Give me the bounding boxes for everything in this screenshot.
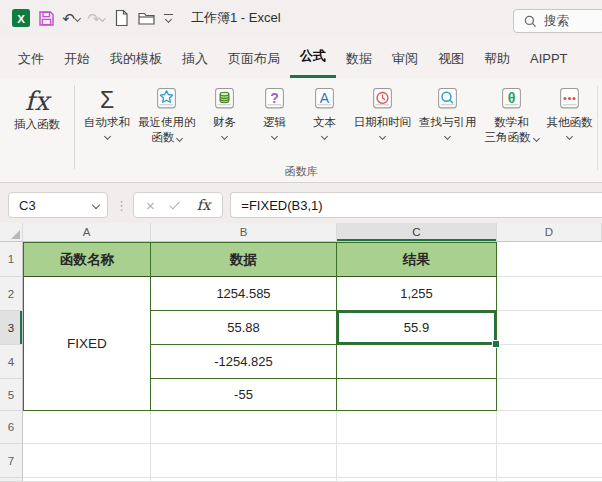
window-title: 工作簿1 - Excel xyxy=(191,9,281,27)
cell-a1[interactable]: 函数名称 xyxy=(23,242,151,277)
insert-function-icon[interactable]: fx xyxy=(197,197,211,213)
confirm-entry-icon[interactable] xyxy=(169,198,180,209)
ribbon-button-more-functions[interactable]: 其他函数 xyxy=(543,83,597,169)
ribbon-group-label: 函数库 xyxy=(0,164,602,179)
tab-formulas[interactable]: 公式 xyxy=(290,42,336,78)
ribbon-button-logical[interactable]: ?逻辑 xyxy=(250,83,300,169)
col-header-a[interactable]: A xyxy=(23,223,151,242)
ribbon-button-text[interactable]: A文本 xyxy=(300,83,350,169)
cell-d1[interactable] xyxy=(497,242,602,277)
fx-icon: fx xyxy=(17,86,57,116)
cell-c4[interactable] xyxy=(337,345,497,379)
ribbon-button-label: 插入函数 xyxy=(14,117,60,132)
search-box[interactable]: 搜索 xyxy=(513,9,602,33)
save-icon[interactable] xyxy=(35,7,57,29)
empty-cell[interactable] xyxy=(23,411,151,444)
ribbon-button-label: 数学和三角函数 xyxy=(485,115,539,145)
ribbon-button-date-time[interactable]: 日期和时间 xyxy=(350,83,416,169)
tab-aippt[interactable]: AIPPT xyxy=(520,45,578,78)
name-box[interactable]: C3 xyxy=(8,192,108,218)
open-folder-icon xyxy=(137,10,156,27)
tab-file[interactable]: 文件 xyxy=(8,45,54,78)
chevron-down-icon xyxy=(566,133,573,140)
cell-b3[interactable]: 55.88 xyxy=(151,311,337,345)
tab-my-templates[interactable]: 我的模板 xyxy=(100,45,172,78)
cell-a2-merged[interactable]: FIXED xyxy=(23,277,151,411)
row-header-6[interactable]: 6 xyxy=(0,411,23,444)
row-header-5[interactable]: 5 xyxy=(0,379,23,411)
cell-b1[interactable]: 数据 xyxy=(151,242,337,277)
empty-cell[interactable] xyxy=(337,444,497,478)
row-header-8-partial[interactable] xyxy=(0,478,23,482)
svg-text:?: ? xyxy=(270,90,279,106)
cell-d4[interactable] xyxy=(497,345,602,379)
empty-cell[interactable] xyxy=(23,444,151,478)
book-search-icon xyxy=(436,84,459,114)
ribbon: fx插入函数Σ自动求和最近使用的函数财务?逻辑A文本日期和时间查找与引用θ数学和… xyxy=(0,78,602,183)
name-box-value: C3 xyxy=(19,198,36,213)
spreadsheet-grid: A B C D 1 函数名称 数据 结果 2 FIXED 1254.585 1,… xyxy=(0,223,602,482)
formula-input[interactable]: =FIXED(B3,1) xyxy=(230,192,602,218)
cell-b4[interactable]: -1254.825 xyxy=(151,345,337,379)
cell-d5[interactable] xyxy=(497,379,602,411)
ribbon-button-autosum[interactable]: Σ自动求和 xyxy=(80,83,134,169)
ribbon-button-recently-used[interactable]: 最近使用的函数 xyxy=(134,83,200,169)
ribbon-separator xyxy=(74,85,75,169)
empty-cell[interactable] xyxy=(151,444,337,478)
row-header-2[interactable]: 2 xyxy=(0,277,23,311)
svg-text:Σ: Σ xyxy=(100,87,114,112)
ribbon-button-label: 查找与引用 xyxy=(419,115,477,130)
chevron-down-icon xyxy=(271,133,278,140)
ribbon-button-insert-function[interactable]: fx插入函数 xyxy=(4,83,70,169)
row-header-7[interactable]: 7 xyxy=(0,444,23,478)
tab-home[interactable]: 开始 xyxy=(54,45,100,78)
ribbon-button-math-trig[interactable]: θ数学和三角函数 xyxy=(481,83,543,169)
row-header-3[interactable]: 3 xyxy=(0,311,23,345)
ribbon-button-label: 最近使用的函数 xyxy=(138,115,196,145)
tab-review[interactable]: 审阅 xyxy=(382,45,428,78)
empty-cell[interactable] xyxy=(337,478,497,482)
col-header-c[interactable]: C xyxy=(337,223,497,242)
cell-d3[interactable] xyxy=(497,311,602,345)
redo-button[interactable]: ↷ xyxy=(85,7,107,29)
cell-c1[interactable]: 结果 xyxy=(337,242,497,277)
cell-c2[interactable]: 1,255 xyxy=(337,277,497,311)
svg-text:θ: θ xyxy=(508,90,516,106)
cell-b5[interactable]: -55 xyxy=(151,379,337,411)
row-header-4[interactable]: 4 xyxy=(0,345,23,379)
book-coins-icon xyxy=(213,84,236,114)
select-all-corner[interactable] xyxy=(0,223,23,242)
tab-page-layout[interactable]: 页面布局 xyxy=(218,45,290,78)
cell-c5[interactable] xyxy=(337,379,497,411)
tab-insert[interactable]: 插入 xyxy=(172,45,218,78)
ribbon-button-financial[interactable]: 财务 xyxy=(200,83,250,169)
tab-view[interactable]: 视图 xyxy=(428,45,474,78)
cell-d2[interactable] xyxy=(497,277,602,311)
col-header-b[interactable]: B xyxy=(151,223,337,242)
cancel-entry-icon[interactable]: × xyxy=(146,198,155,213)
ribbon-button-label: 自动求和 xyxy=(84,115,130,130)
empty-cell[interactable] xyxy=(497,478,602,482)
ribbon-button-label: 日期和时间 xyxy=(354,115,412,130)
quick-access-overflow-button[interactable] xyxy=(164,14,173,22)
empty-cell[interactable] xyxy=(497,411,602,444)
new-file-button[interactable] xyxy=(110,7,132,29)
svg-text:X: X xyxy=(17,13,25,25)
empty-cell[interactable] xyxy=(497,444,602,478)
empty-cell[interactable] xyxy=(23,478,151,482)
book-star-icon xyxy=(155,84,178,114)
ribbon-button-lookup-reference[interactable]: 查找与引用 xyxy=(415,83,481,169)
tab-data[interactable]: 数据 xyxy=(336,45,382,78)
sigma-icon: Σ xyxy=(94,84,120,114)
cell-c3-selected[interactable]: 55.9 xyxy=(337,311,497,345)
row-header-1[interactable]: 1 xyxy=(0,242,23,277)
empty-cell[interactable] xyxy=(337,411,497,444)
col-header-d[interactable]: D xyxy=(497,223,602,242)
cell-b2[interactable]: 1254.585 xyxy=(151,277,337,311)
undo-button[interactable]: ↶ xyxy=(60,7,82,29)
open-file-button[interactable] xyxy=(135,7,157,29)
tab-help[interactable]: 帮助 xyxy=(474,45,520,78)
empty-cell[interactable] xyxy=(151,411,337,444)
chevron-down-icon xyxy=(92,201,100,209)
empty-cell[interactable] xyxy=(151,478,337,482)
